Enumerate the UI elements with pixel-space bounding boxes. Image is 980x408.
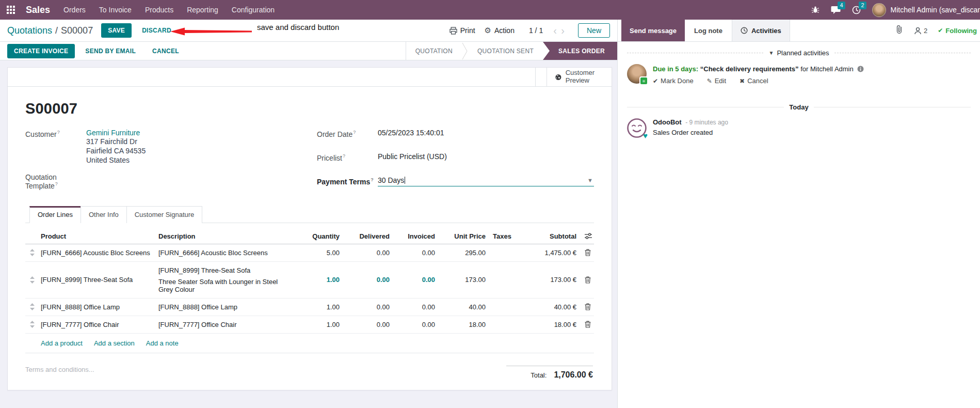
table-row[interactable]: [FURN_8999] Three-Seat Sofa [FURN_8999] … [25,262,594,299]
col-invoiced: Invoiced [392,232,437,240]
col-description: Description [156,232,296,240]
cancel-activity-button[interactable]: ✖Cancel [740,77,768,85]
tab-customer-signature[interactable]: Customer Signature [126,206,203,223]
page-title: S00007 [25,100,594,117]
apps-grid-icon[interactable] [6,5,15,14]
stat-button-bar: Customer Preview [8,68,612,87]
table-row[interactable]: [FURN_7777] Office Chair [FURN_7777] Off… [25,316,594,334]
status-step-quotation[interactable]: QUOTATION [406,42,462,60]
mark-done-button[interactable]: ✔Mark Done [653,77,694,85]
activities-button[interactable]: Activities [732,20,790,41]
pricelist-value[interactable]: Public Pricelist (USD) [378,152,594,161]
record-pager: 1 / 1 [529,26,543,35]
nav-item-to-invoice[interactable]: To Invoice [99,6,132,14]
delete-line-button[interactable] [581,321,592,328]
heart-icon: ♥ [643,131,648,140]
cell-unit-price: 18.00 [437,321,488,328]
payment-terms-input[interactable]: 30 Days ▼ [378,176,594,186]
check-icon: ✔ [653,77,658,85]
cell-product: [FURN_7777] Office Chair [39,321,156,328]
nav-item-products[interactable]: Products [145,6,173,14]
person-icon [914,27,922,35]
send-by-email-button[interactable]: SEND BY EMAIL [79,44,142,58]
planned-activity-item: ≡ Due in 5 days: “Check delivery require… [618,57,980,90]
dropdown-caret-icon[interactable]: ▼ [587,177,593,183]
help-marker: ? [353,130,356,135]
order-lines-table: Product Description Quantity Delivered I… [25,228,594,353]
discard-button[interactable]: DISCARD [137,23,176,38]
notebook-tabs: Order Lines Other Info Customer Signatur… [25,206,594,223]
globe-icon [555,73,561,82]
cell-description: [FURN_6666] Acoustic Bloc Screens [156,249,296,257]
cell-quantity: 1.00 [296,303,342,311]
nav-item-reporting[interactable]: Reporting [187,6,218,14]
drag-handle-icon[interactable] [27,276,37,284]
cell-quantity: 1.00 [296,321,342,328]
edit-activity-button[interactable]: ✎Edit [707,77,726,85]
cell-quantity: 1.00 [296,276,342,284]
messages-icon[interactable]: 4 [831,6,841,14]
action-menu-button[interactable]: ⚙ Action [485,26,515,35]
customer-preview-button[interactable]: Customer Preview [547,68,612,86]
attachments-button[interactable] [895,25,904,36]
following-button[interactable]: ✔ Following [938,27,977,35]
drag-handle-icon[interactable] [27,303,37,310]
send-message-button[interactable]: Send message [621,20,685,41]
nav-item-configuration[interactable]: Configuration [232,6,275,14]
col-product: Product [39,232,156,240]
message-author[interactable]: OdooBot [653,118,682,126]
delete-line-button[interactable] [581,276,592,284]
cell-subtotal: 1,475.00 € [521,249,579,257]
new-button[interactable]: New [578,23,610,38]
customer-link[interactable]: Gemini Furniture [86,129,302,137]
table-row[interactable]: [FURN_6666] Acoustic Bloc Screens [FURN_… [25,244,594,262]
debug-bug-icon[interactable] [811,6,820,14]
customer-label: Customer? [25,129,86,138]
table-row[interactable]: [FURN_8888] Office Lamp [FURN_8888] Offi… [25,299,594,316]
create-invoice-button[interactable]: CREATE INVOICE [7,44,75,58]
followers-button[interactable]: 2 [914,27,927,35]
odoobot-avatar: ♥ [627,118,647,138]
print-button[interactable]: Print [449,26,475,35]
pager-next-button[interactable]: › [560,25,566,36]
action-bar: CREATE INVOICE SEND BY EMAIL CANCEL QUOT… [0,42,617,60]
cell-subtotal: 18.00 € [521,321,579,328]
breadcrumb-quotations[interactable]: Quotations [7,25,52,36]
optional-columns-icon[interactable] [579,233,594,239]
app-name[interactable]: Sales [26,5,50,15]
delete-line-button[interactable] [581,303,592,310]
statusbar: QUOTATION QUOTATION SENT SALES ORDER [406,42,617,60]
add-a-section-link[interactable]: Add a section [94,339,135,347]
add-a-product-link[interactable]: Add a product [41,339,83,347]
nav-item-orders[interactable]: Orders [63,6,86,14]
info-icon[interactable] [857,66,864,72]
paperclip-icon [895,25,904,34]
status-step-quotation-sent[interactable]: QUOTATION SENT [468,42,543,60]
activities-clock-icon[interactable]: 2 [852,6,861,14]
annotation-text: save and discard button [257,23,339,32]
status-step-sales-order[interactable]: SALES ORDER [543,42,617,60]
chatter-message: ♥ OdooBot - 9 minutes ago Sales Order cr… [618,111,980,145]
activities-count-badge: 2 [859,2,866,9]
user-menu[interactable]: Mitchell Admin (save_discar [872,3,980,17]
drag-handle-icon[interactable] [27,321,37,328]
save-button[interactable]: SAVE [101,23,132,38]
status-chevron-icon [462,42,468,60]
col-subtotal: Subtotal [521,232,579,240]
order-date-value[interactable]: 05/25/2023 15:40:01 [378,129,594,137]
planned-activities-toggle[interactable]: ▼ Planned activities [768,49,829,57]
tab-order-lines[interactable]: Order Lines [29,206,81,223]
add-a-note-link[interactable]: Add a note [146,339,179,347]
cancel-order-button[interactable]: CANCEL [146,44,185,58]
cell-subtotal: 173.00 € [521,276,579,284]
log-note-button[interactable]: Log note [685,20,732,41]
tab-other-info[interactable]: Other Info [81,206,127,223]
drag-handle-icon[interactable] [27,249,37,256]
pager-previous-button[interactable]: ‹ [552,25,558,36]
delete-line-button[interactable] [581,249,592,256]
breadcrumb-current: S00007 [61,25,93,36]
message-timestamp: - 9 minutes ago [685,119,728,126]
clock-icon [741,27,748,34]
terms-and-conditions-placeholder[interactable]: Terms and conditions... [25,366,94,380]
follower-count: 2 [924,27,927,35]
